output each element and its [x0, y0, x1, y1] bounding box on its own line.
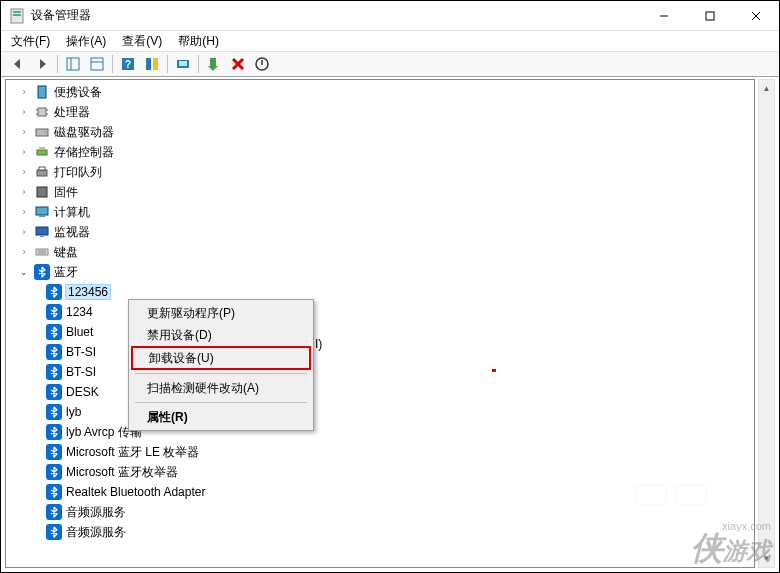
maximize-button[interactable] [687, 1, 733, 31]
tree-label: 音频源服务 [66, 524, 126, 541]
tree-device[interactable]: lyb Avrcp 传输 [6, 422, 754, 442]
disable-button[interactable] [251, 53, 273, 75]
help-button[interactable]: ? [117, 53, 139, 75]
menu-action[interactable]: 操作(A) [66, 33, 106, 50]
tree-category[interactable]: ›打印队列 [6, 162, 754, 182]
bluetooth-icon [46, 504, 62, 520]
expand-arrow-icon[interactable]: › [18, 206, 30, 218]
tree-label: lyb [66, 405, 81, 419]
scan-hardware-button[interactable] [172, 53, 194, 75]
watermark-sub: 游戏 [723, 537, 771, 564]
svg-rect-9 [91, 58, 103, 70]
svg-rect-32 [39, 167, 45, 170]
truncated-label-suffix: I) [315, 337, 322, 351]
tree-device[interactable]: 音频源服务 [6, 522, 754, 542]
close-button[interactable] [733, 1, 779, 31]
tree-device[interactable]: BT-SI [6, 342, 754, 362]
svg-rect-22 [38, 108, 46, 116]
expand-arrow-icon[interactable]: › [18, 86, 30, 98]
expand-arrow-icon[interactable]: › [18, 226, 30, 238]
expand-arrow-icon[interactable]: › [18, 186, 30, 198]
show-hide-tree-button[interactable] [62, 53, 84, 75]
action-panel-button[interactable] [141, 53, 163, 75]
tree-device[interactable]: DESK [6, 382, 754, 402]
expand-arrow-icon[interactable]: › [18, 106, 30, 118]
window-title: 设备管理器 [31, 7, 91, 24]
tree-device[interactable]: 1234 [6, 302, 754, 322]
bluetooth-icon [46, 404, 62, 420]
bluetooth-icon [46, 324, 62, 340]
expand-arrow-icon[interactable]: › [18, 146, 30, 158]
tree-label: 存储控制器 [54, 144, 114, 161]
watermark-main: 侠 [691, 530, 723, 566]
tree-category[interactable]: ›磁盘驱动器 [6, 122, 754, 142]
update-driver-button[interactable] [203, 53, 225, 75]
svg-rect-4 [706, 12, 714, 20]
svg-rect-30 [39, 147, 45, 150]
disk-icon [34, 124, 50, 140]
svg-rect-7 [67, 58, 79, 70]
tree-label: 监视器 [54, 224, 90, 241]
tree-category[interactable]: ›便携设备 [6, 82, 754, 102]
tree-category[interactable]: ›键盘 [6, 242, 754, 262]
minimize-button[interactable] [641, 1, 687, 31]
expand-arrow-icon[interactable]: › [18, 246, 30, 258]
back-button[interactable] [7, 53, 29, 75]
context-menu-separator [135, 402, 307, 403]
monitor-icon [34, 224, 50, 240]
tree-category[interactable]: ›处理器 [6, 102, 754, 122]
tree-label: 音频源服务 [66, 504, 126, 521]
tree-device[interactable]: Microsoft 蓝牙 LE 枚举器 [6, 442, 754, 462]
tree-category[interactable]: ›固件 [6, 182, 754, 202]
menu-file[interactable]: 文件(F) [11, 33, 50, 50]
scroll-up-icon[interactable]: ▲ [759, 80, 774, 97]
svg-rect-31 [37, 170, 47, 176]
svg-rect-1 [13, 11, 21, 13]
tree-label: Bluet [66, 325, 93, 339]
computer-icon [34, 204, 50, 220]
bluetooth-icon [34, 264, 50, 280]
tree-category[interactable]: ⌄蓝牙 [6, 262, 754, 282]
tree-label: BT-SI [66, 365, 96, 379]
svg-rect-36 [36, 227, 48, 235]
expand-arrow-icon[interactable]: › [18, 166, 30, 178]
app-icon [9, 8, 25, 24]
scrollbar[interactable]: ▲ ▼ [758, 79, 775, 568]
cpu-icon [34, 104, 50, 120]
bluetooth-icon [46, 364, 62, 380]
tree-category[interactable]: ›计算机 [6, 202, 754, 222]
context-menu-item[interactable]: 属性(R) [131, 406, 311, 428]
bluetooth-icon [46, 484, 62, 500]
expand-arrow-icon[interactable]: › [18, 126, 30, 138]
tree-device[interactable]: Microsoft 蓝牙枚举器 [6, 462, 754, 482]
bluetooth-icon [46, 304, 62, 320]
menu-view[interactable]: 查看(V) [122, 33, 162, 50]
tree-device[interactable]: 123456 [6, 282, 754, 302]
context-menu-item[interactable]: 更新驱动程序(P) [131, 302, 311, 324]
svg-rect-56 [676, 485, 706, 505]
forward-button[interactable] [31, 53, 53, 75]
context-menu-item[interactable]: 禁用设备(D) [131, 324, 311, 346]
tree-label: BT-SI [66, 345, 96, 359]
tree-category[interactable]: ›监视器 [6, 222, 754, 242]
tree-category[interactable]: ›存储控制器 [6, 142, 754, 162]
tree-device[interactable]: BT-SI [6, 362, 754, 382]
bluetooth-icon [46, 284, 62, 300]
menubar: 文件(F) 操作(A) 查看(V) 帮助(H) [1, 31, 779, 51]
bluetooth-icon [46, 464, 62, 480]
context-menu-item[interactable]: 卸载设备(U) [131, 346, 311, 370]
tree-label: 固件 [54, 184, 78, 201]
keyboard-icon [34, 244, 50, 260]
properties-button[interactable] [86, 53, 108, 75]
menu-help[interactable]: 帮助(H) [178, 33, 219, 50]
tree-device[interactable]: Bluet [6, 322, 754, 342]
collapse-arrow-icon[interactable]: ⌄ [18, 266, 30, 278]
tree-device[interactable]: lyb [6, 402, 754, 422]
uninstall-button[interactable] [227, 53, 249, 75]
tree-label: 键盘 [54, 244, 78, 261]
context-menu-item[interactable]: 扫描检测硬件改动(A) [131, 377, 311, 399]
context-menu: 更新驱动程序(P)禁用设备(D)卸载设备(U)扫描检测硬件改动(A)属性(R) [128, 299, 314, 431]
bluetooth-icon [46, 384, 62, 400]
svg-rect-14 [153, 58, 158, 70]
bluetooth-icon [46, 424, 62, 440]
